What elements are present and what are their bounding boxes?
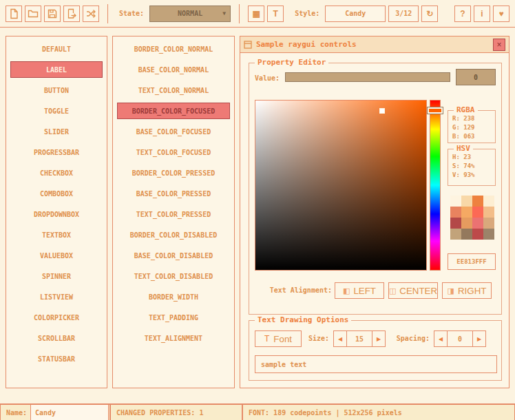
list-item[interactable]: BORDER_COLOR_FOCUSED <box>117 103 230 119</box>
value-box[interactable]: 0 <box>456 69 496 85</box>
value-box-text: 0 <box>474 74 478 81</box>
list-item[interactable]: BUTTON <box>10 82 103 98</box>
style-table-image-button[interactable]: ▦ <box>248 6 264 22</box>
color-picker-panel[interactable] <box>255 100 427 271</box>
sample-text-value: sample text <box>261 361 306 368</box>
palette-swatch[interactable] <box>472 218 483 229</box>
rgba-b-value: B: 063 <box>452 132 495 141</box>
list-item[interactable]: DROPDOWNBOX <box>10 206 103 222</box>
list-item[interactable]: BORDER_WIDTH <box>117 288 230 305</box>
hex-value-box[interactable]: EE813FFF <box>448 253 496 270</box>
palette-swatch[interactable] <box>461 218 472 229</box>
state-dropdown[interactable]: NORMAL ▼ <box>149 6 231 22</box>
state-label: State: <box>119 10 144 17</box>
window-icon <box>244 41 252 49</box>
reload-style-button[interactable]: ↻ <box>421 6 438 22</box>
align-left-button[interactable]: ◧ LEFT <box>335 282 384 299</box>
palette-swatch[interactable] <box>472 196 483 207</box>
save-style-button[interactable] <box>44 6 61 22</box>
new-file-button[interactable] <box>6 6 22 22</box>
color-picker-cursor[interactable] <box>379 108 385 114</box>
list-item[interactable]: SPINNER <box>10 268 103 284</box>
size-increase-button[interactable]: ▶ <box>372 330 386 347</box>
color-palette <box>450 196 494 240</box>
list-item[interactable]: BASE_COLOR_NORMAL <box>117 61 230 78</box>
style-name-input[interactable]: Candy <box>30 404 109 420</box>
spacing-increase-button[interactable]: ▶ <box>472 330 486 347</box>
font-info-text: FONT: 189 codepoints | 512x256 pixels <box>249 409 402 417</box>
value-slider[interactable] <box>285 72 450 82</box>
align-right-label: RIGHT <box>458 286 486 296</box>
load-style-button[interactable] <box>25 6 41 22</box>
list-item[interactable]: VALUEBOX <box>10 247 103 264</box>
list-item[interactable]: COLORPICKER <box>10 309 103 326</box>
chevron-right-icon: ▶ <box>377 336 381 342</box>
list-item[interactable]: BORDER_COLOR_NORMAL <box>117 41 230 57</box>
palette-swatch[interactable] <box>450 218 461 229</box>
hue-bar-cursor[interactable] <box>428 107 443 114</box>
palette-swatch[interactable] <box>450 196 461 207</box>
list-item[interactable]: TEXT_COLOR_FOCUSED <box>117 144 230 160</box>
align-left-label: LEFT <box>353 286 376 296</box>
list-item[interactable]: TOGGLE <box>10 103 103 119</box>
hue-bar[interactable] <box>430 100 441 271</box>
reload-icon: ↻ <box>426 9 433 19</box>
list-item[interactable]: BORDER_COLOR_PRESSED <box>117 165 230 181</box>
list-item[interactable]: SLIDER <box>10 123 103 140</box>
align-right-button[interactable]: ◨ RIGHT <box>442 282 492 299</box>
font-button[interactable]: T Font <box>255 330 302 347</box>
palette-swatch[interactable] <box>461 207 472 218</box>
palette-swatch[interactable] <box>483 229 494 240</box>
palette-swatch[interactable] <box>483 196 494 207</box>
list-item[interactable]: BASE_COLOR_PRESSED <box>117 185 230 202</box>
spacing-label: Spacing: <box>386 330 430 347</box>
list-item[interactable]: TEXT_COLOR_PRESSED <box>117 206 230 222</box>
align-center-button[interactable]: ◫ CENTER <box>388 282 438 299</box>
list-item[interactable]: TEXT_COLOR_DISABLED <box>117 268 230 284</box>
state-dropdown-value: NORMAL <box>178 10 202 17</box>
palette-swatch[interactable] <box>461 196 472 207</box>
palette-swatch[interactable] <box>472 229 483 240</box>
palette-swatch[interactable] <box>483 207 494 218</box>
spacing-value-box[interactable]: 0 <box>448 330 472 347</box>
info-button[interactable]: i <box>474 6 490 22</box>
palette-swatch[interactable] <box>472 207 483 218</box>
sample-text-input[interactable]: sample text <box>255 355 497 373</box>
list-item[interactable]: DEFAULT <box>10 41 103 57</box>
spacing-decrease-button[interactable]: ◀ <box>434 330 448 347</box>
window-title: Sample raygui controls <box>256 40 357 49</box>
window-titlebar[interactable]: Sample raygui controls × <box>240 36 509 53</box>
list-item[interactable]: TEXT_COLOR_NORMAL <box>117 82 230 98</box>
list-item[interactable]: PROGRESSBAR <box>10 144 103 160</box>
export-style-button[interactable] <box>63 6 80 22</box>
size-decrease-button[interactable]: ◀ <box>333 330 347 347</box>
sponsor-button[interactable]: ♥ <box>493 6 509 22</box>
list-item[interactable]: LISTVIEW <box>10 288 103 305</box>
statusbar: Name: Candy CHANGED PROPERTIES: 1 FONT: … <box>0 403 515 420</box>
size-value-box[interactable]: 15 <box>347 330 372 347</box>
font-button-label: Font <box>273 334 292 344</box>
list-item[interactable]: LABEL <box>10 61 103 78</box>
list-item[interactable]: BASE_COLOR_FOCUSED <box>117 123 230 140</box>
font-atlas-button[interactable]: T <box>267 6 284 22</box>
help-button[interactable]: ? <box>454 6 471 22</box>
list-item[interactable]: TEXT_ALIGNMENT <box>117 330 230 346</box>
palette-swatch[interactable] <box>483 218 494 229</box>
rgba-r-value: R: 238 <box>452 114 495 123</box>
list-item[interactable]: BASE_COLOR_DISABLED <box>117 247 230 264</box>
list-item[interactable]: SCROLLBAR <box>10 330 103 346</box>
list-item[interactable]: BORDER_COLOR_DISABLED <box>117 227 230 243</box>
list-item[interactable]: CHECKBOX <box>10 165 103 181</box>
palette-swatch[interactable] <box>450 207 461 218</box>
list-item[interactable]: COMBOBOX <box>10 185 103 202</box>
palette-swatch[interactable] <box>461 229 472 240</box>
list-item[interactable]: STATUSBAR <box>10 350 103 367</box>
style-name-box[interactable]: Candy <box>325 6 386 22</box>
palette-swatch[interactable] <box>450 229 461 240</box>
close-button[interactable]: × <box>493 39 505 51</box>
random-style-button[interactable] <box>83 6 99 22</box>
list-item[interactable]: TEXTBOX <box>10 227 103 243</box>
toolbar-separator <box>239 4 240 23</box>
spacing-value: 0 <box>458 335 462 343</box>
list-item[interactable]: TEXT_PADDING <box>117 309 230 326</box>
